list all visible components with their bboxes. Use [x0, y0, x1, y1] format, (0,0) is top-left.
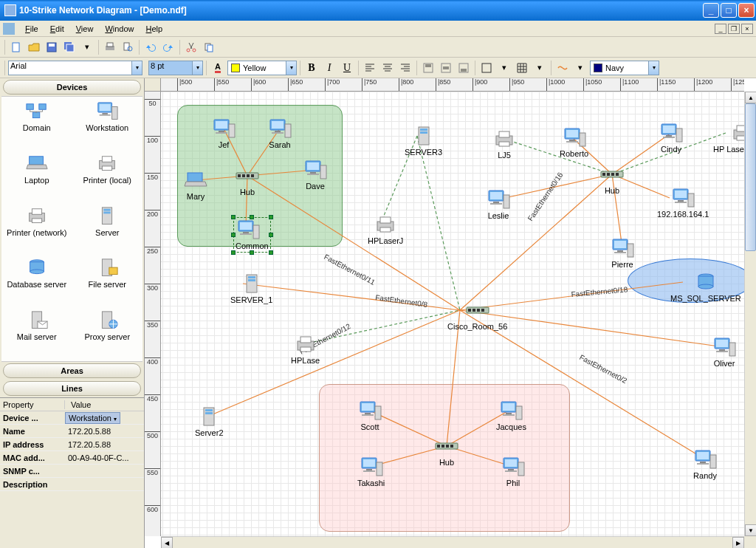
palette-workstation[interactable]: Workstation [72, 100, 143, 149]
save-all-button[interactable] [61, 39, 78, 55]
align-center-button[interactable] [379, 60, 396, 76]
node-hub1[interactable]: Hub [235, 165, 260, 196]
text-color-button[interactable]: A [210, 60, 226, 76]
node-hub2[interactable]: Hub [599, 164, 625, 195]
prop-col-value[interactable]: Value [65, 400, 91, 409]
node-mssql[interactable]: MS_SQL_SERVER [670, 272, 741, 303]
lines-panel-header[interactable]: Lines [3, 381, 141, 396]
ruler-vertical[interactable]: 50100150200250300350400450500550600 [145, 92, 161, 536]
prop-row[interactable]: MAC add...00-A9-40-0F-C... [0, 451, 144, 465]
underline-button[interactable]: U [339, 60, 355, 76]
node-takashi[interactable]: Takashi [357, 456, 385, 487]
prop-row[interactable]: IP address172.20.5.88 [0, 438, 144, 451]
palette-database-server[interactable]: Database server [1, 256, 72, 306]
scroll-left-button[interactable]: ◀ [161, 537, 173, 548]
node-server3[interactable]: SERVER3 [405, 126, 442, 157]
valign-middle-button[interactable] [438, 60, 454, 76]
node-scott[interactable]: Scott [357, 400, 382, 431]
palette-printer-local-[interactable]: Printer (local) [72, 152, 143, 202]
dropdown-1[interactable]: ▾ [79, 39, 95, 55]
print-preview-button[interactable] [120, 39, 136, 55]
scroll-up-button[interactable]: ▲ [745, 92, 756, 103]
valign-bottom-button[interactable] [456, 60, 472, 76]
italic-button[interactable]: I [321, 60, 337, 76]
bold-button[interactable]: B [303, 60, 320, 76]
redo-button[interactable] [160, 39, 176, 55]
size-dropdown-button[interactable]: ▾ [193, 61, 203, 75]
menu-view[interactable]: View [70, 23, 100, 35]
menu-edit[interactable]: Edit [44, 23, 70, 35]
ruler-horizontal[interactable]: |450|500|550|600|650|700|750|800|850|900… [161, 78, 744, 92]
prop-row[interactable]: Device ...Workstation ▾ [0, 411, 144, 425]
node-phil[interactable]: Phil [501, 456, 526, 487]
diagram-canvas[interactable]: FastEthernet0/11FastEthernet0/8FastEther… [161, 92, 744, 536]
align-right-button[interactable] [397, 60, 413, 76]
scroll-right-button[interactable]: ▶ [732, 537, 744, 548]
cut-button[interactable] [183, 39, 199, 55]
grid-button[interactable] [514, 60, 530, 76]
node-jacques[interactable]: Jacques [496, 400, 526, 431]
line-style-button[interactable] [554, 60, 571, 76]
mdi-restore-button[interactable]: ❐ [728, 24, 740, 34]
node-dave[interactable]: Dave [303, 160, 328, 191]
palette-laptop[interactable]: Laptop [1, 152, 72, 202]
node-hplaserj1100[interactable]: HP LaserJ 1100 [713, 123, 744, 154]
node-hub3[interactable]: Hub [434, 436, 459, 467]
mdi-minimize-button[interactable]: _ [715, 24, 726, 34]
prop-row[interactable]: Name172.20.5.88 [0, 425, 144, 438]
palette-server[interactable]: Server [72, 205, 143, 254]
prop-col-property[interactable]: Property [0, 400, 65, 409]
palette-proxy-server[interactable]: Proxy server [72, 309, 143, 358]
prop-row[interactable]: Description [0, 478, 144, 491]
prop-row[interactable]: SNMP c... [0, 465, 144, 478]
menu-file[interactable]: File [19, 23, 44, 35]
prop-value[interactable]: 172.20.5.88 [65, 427, 111, 436]
font-dropdown-button[interactable]: ▾ [132, 61, 142, 75]
border-button[interactable] [478, 60, 495, 76]
palette-mail-server[interactable]: Mail server [1, 309, 72, 358]
prop-value[interactable]: 00-A9-40-0F-C... [65, 453, 129, 462]
palette-printer-network-[interactable]: Printer (network) [1, 205, 72, 254]
border-dropdown[interactable]: ▾ [496, 60, 512, 76]
scroll-thumb-v[interactable] [745, 103, 756, 251]
areas-panel-header[interactable]: Areas [3, 363, 141, 378]
node-sarah[interactable]: Sarah [267, 118, 292, 149]
align-left-button[interactable] [362, 60, 378, 76]
scrollbar-horizontal[interactable]: ◀ ▶ [161, 536, 744, 548]
save-button[interactable] [44, 39, 60, 55]
scroll-down-button[interactable]: ▼ [745, 524, 756, 536]
node-mary[interactable]: Mary [183, 170, 208, 201]
node-pierre[interactable]: Pierre [610, 238, 635, 269]
node-leslie[interactable]: Leslie [486, 189, 511, 220]
undo-button[interactable] [142, 39, 159, 55]
close-button[interactable]: × [738, 3, 755, 18]
palette-domain[interactable]: Domain [1, 100, 72, 149]
font-size-select[interactable]: 8 pt [148, 61, 193, 75]
scrollbar-vertical[interactable]: ▲ ▼ [744, 92, 756, 536]
font-select[interactable]: Arial [8, 61, 132, 75]
minimize-button[interactable]: _ [703, 3, 719, 18]
node-jef[interactable]: Jef [211, 118, 236, 149]
menu-window[interactable]: Window [99, 23, 140, 35]
node-cisco[interactable]: Cisco_Room_56 [447, 300, 507, 331]
line-dropdown[interactable]: ▾ [572, 60, 588, 76]
mdi-close-button[interactable]: × [741, 24, 753, 34]
valign-top-button[interactable] [420, 60, 436, 76]
node-oliver[interactable]: Oliver [712, 337, 737, 368]
new-button[interactable] [8, 39, 24, 55]
grid-dropdown[interactable]: ▾ [532, 60, 548, 76]
print-button[interactable] [102, 39, 118, 55]
fill-color-dropdown[interactable]: ▾ [286, 61, 297, 75]
node-hplaserj[interactable]: HPLaserJ [368, 214, 403, 245]
open-button[interactable] [26, 39, 42, 55]
line-color-dropdown[interactable]: ▾ [649, 61, 659, 75]
maximize-button[interactable]: □ [721, 3, 737, 18]
node-roberto[interactable]: Roberto [560, 127, 588, 158]
menu-help[interactable]: Help [140, 23, 169, 35]
prop-value[interactable]: 172.20.5.88 [65, 440, 111, 449]
palette-file-server[interactable]: File server [72, 256, 143, 306]
fill-color-select[interactable]: Yellow [227, 61, 286, 75]
node-randy[interactable]: Randy [693, 449, 718, 480]
node-server1[interactable]: SERVER_1 [230, 273, 272, 304]
node-cindy[interactable]: Cindy [659, 123, 684, 154]
